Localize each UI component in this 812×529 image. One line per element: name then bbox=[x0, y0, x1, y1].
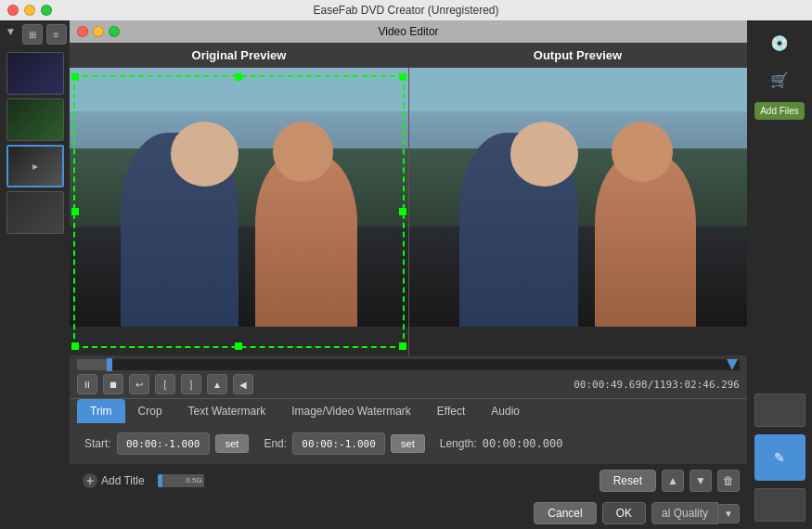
mark-out-button[interactable]: ] bbox=[181, 374, 201, 394]
ve-minimize-button[interactable] bbox=[93, 26, 104, 37]
length-value: 00:00:00.000 bbox=[483, 437, 563, 450]
app-titlebar: EaseFab DVD Creator (Unregistered) bbox=[0, 0, 812, 20]
output-preview-panel bbox=[409, 68, 748, 355]
video-editor: Video Editor Original Preview Output Pre… bbox=[70, 20, 747, 464]
minimize-button[interactable] bbox=[24, 5, 35, 16]
start-label: Start: bbox=[84, 437, 111, 450]
video-editor-title: Video Editor bbox=[378, 25, 438, 38]
cancel-button[interactable]: Cancel bbox=[534, 502, 596, 524]
rs-thumbnail-2 bbox=[754, 488, 806, 522]
progress-fill bbox=[158, 474, 162, 487]
close-button[interactable] bbox=[7, 5, 19, 16]
add-files-button[interactable]: Add Files bbox=[754, 102, 805, 120]
bottom-bar: + Add Title 0.5G Reset ▲ ▼ 🗑 bbox=[70, 464, 747, 497]
preview-headers: Original Preview Output Preview bbox=[70, 43, 747, 68]
pause-button[interactable]: ⏸ bbox=[77, 374, 97, 394]
add-title-button[interactable]: + Add Title bbox=[77, 471, 150, 491]
mark-in-button[interactable]: [ bbox=[155, 374, 175, 394]
end-group: End: set bbox=[264, 432, 424, 455]
tab-effect[interactable]: Effect bbox=[424, 399, 478, 423]
controls-row: ⏸ ⏹ ↩ [ ] ▲ ◀ 00:00:49.698/1193:02:46.29… bbox=[77, 374, 740, 394]
progress-bar: 0.5G bbox=[158, 474, 204, 487]
ve-close-button[interactable] bbox=[77, 26, 88, 37]
cart-icon[interactable]: 🛒 bbox=[765, 65, 794, 95]
tab-image-video-watermark[interactable]: Image/Video Watermark bbox=[278, 399, 424, 423]
time-display: 00:00:49.698/1193:02:46.296 bbox=[574, 379, 740, 391]
output-preview-header: Output Preview bbox=[408, 43, 747, 68]
quality-label: al Quality bbox=[651, 502, 718, 524]
tab-text-watermark[interactable]: Text Watermark bbox=[175, 399, 279, 423]
set-end-button[interactable]: set bbox=[391, 434, 425, 453]
maximize-button[interactable] bbox=[41, 5, 52, 16]
thumbnail-item-1[interactable] bbox=[6, 52, 64, 95]
ok-button[interactable]: OK bbox=[602, 502, 646, 524]
timeline-slider[interactable] bbox=[77, 359, 740, 370]
timeline-end-marker bbox=[727, 359, 738, 370]
thumbnail-item-3[interactable]: ▶ bbox=[6, 145, 64, 187]
start-group: Start: set bbox=[84, 432, 249, 455]
edit-icon: ✎ bbox=[774, 450, 785, 465]
quality-dropdown[interactable]: al Quality ▼ bbox=[651, 502, 740, 524]
app-title: EaseFab DVD Creator (Unregistered) bbox=[313, 4, 498, 17]
start-input[interactable] bbox=[117, 432, 210, 455]
progress-label: 0.5G bbox=[186, 474, 201, 487]
original-scene bbox=[70, 68, 408, 355]
bottom-buttons: Reset ▲ ▼ 🗑 bbox=[599, 470, 740, 492]
original-preview-header: Original Preview bbox=[70, 43, 408, 68]
action-row: Cancel OK al Quality ▼ bbox=[70, 497, 747, 529]
length-group: Length: 00:00:00.000 bbox=[440, 437, 563, 450]
move-up-button[interactable]: ▲ bbox=[662, 470, 684, 492]
right-sidebar: 💿 🛒 Add Files ✎ bbox=[747, 20, 812, 529]
playback-area: ⏸ ⏹ ↩ [ ] ▲ ◀ 00:00:49.698/1193:02:46.29… bbox=[70, 355, 747, 398]
sidebar-top-controls: ▼ ⊞ ≡ bbox=[4, 24, 67, 45]
prev-frame-button[interactable]: ◀ bbox=[233, 374, 253, 394]
ve-maximize-button[interactable] bbox=[109, 26, 120, 37]
delete-button[interactable]: 🗑 bbox=[717, 470, 740, 492]
end-input[interactable] bbox=[292, 432, 385, 455]
rs-thumbnail-1 bbox=[754, 394, 806, 427]
thumbnail-item-4[interactable] bbox=[6, 191, 64, 234]
sidebar-icon-list[interactable]: ≡ bbox=[46, 24, 67, 45]
quality-dropdown-arrow[interactable]: ▼ bbox=[718, 504, 740, 523]
move-down-button[interactable]: ▼ bbox=[690, 470, 712, 492]
tabs-row: Trim Crop Text Watermark Image/Video Wat… bbox=[70, 398, 747, 423]
tab-crop[interactable]: Crop bbox=[125, 399, 175, 423]
length-label: Length: bbox=[440, 437, 477, 450]
timeline-progress bbox=[77, 359, 110, 370]
window-controls bbox=[7, 5, 52, 16]
ve-window-controls bbox=[77, 26, 120, 37]
reset-button[interactable]: Reset bbox=[599, 470, 656, 492]
stop-button[interactable]: ⏹ bbox=[103, 374, 123, 394]
playback-buttons: ⏸ ⏹ ↩ [ ] ▲ ◀ bbox=[77, 374, 253, 394]
add-files-label: Add Files bbox=[760, 106, 799, 116]
clip-start-button[interactable]: ▲ bbox=[207, 374, 227, 394]
output-scene bbox=[409, 68, 748, 355]
timeline-thumb[interactable] bbox=[107, 358, 112, 371]
video-editor-titlebar: Video Editor bbox=[70, 20, 747, 43]
edit-controls: Start: set End: set Length: 00:00:00.000 bbox=[70, 423, 747, 464]
thumbnail-item-2[interactable] bbox=[6, 98, 64, 141]
original-preview-panel bbox=[70, 68, 409, 355]
sidebar-arrow-up[interactable]: ▼ bbox=[4, 24, 19, 39]
end-label: End: bbox=[264, 437, 287, 450]
restart-button[interactable]: ↩ bbox=[129, 374, 149, 394]
rs-edit-panel[interactable]: ✎ bbox=[754, 434, 806, 481]
main-content: Video Editor Original Preview Output Pre… bbox=[70, 20, 747, 529]
preview-videos bbox=[70, 68, 747, 355]
left-sidebar: ▼ ⊞ ≡ ▶ bbox=[0, 20, 70, 529]
tab-audio[interactable]: Audio bbox=[478, 399, 533, 423]
disc-icon[interactable]: 💿 bbox=[765, 28, 794, 58]
add-icon: + bbox=[83, 473, 97, 488]
sidebar-icon-grid[interactable]: ⊞ bbox=[22, 24, 43, 45]
add-title-label: Add Title bbox=[101, 474, 145, 487]
tab-trim[interactable]: Trim bbox=[77, 399, 125, 423]
set-start-button[interactable]: set bbox=[215, 434, 250, 453]
